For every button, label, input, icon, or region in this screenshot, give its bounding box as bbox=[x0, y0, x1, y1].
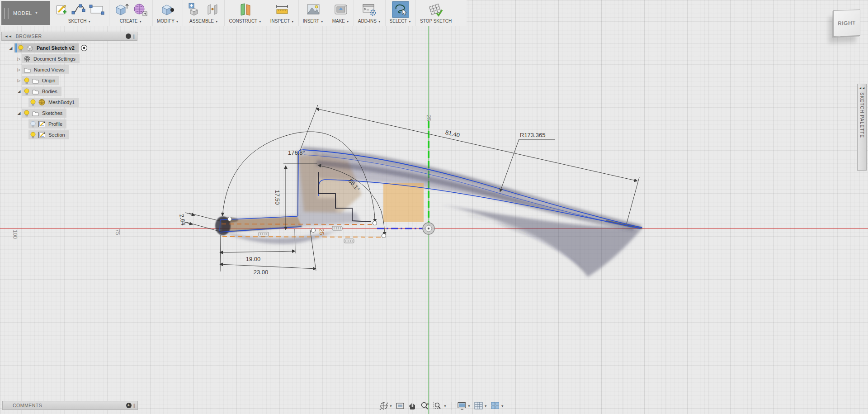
folder-icon bbox=[24, 67, 31, 73]
display-settings-button[interactable]: ▼ bbox=[456, 400, 472, 411]
comments-label: COMMENTS bbox=[13, 403, 42, 408]
workspace-label: MODEL bbox=[13, 10, 32, 16]
measure-icon bbox=[274, 3, 290, 16]
expander-collapsed-icon[interactable]: ▷ bbox=[16, 57, 22, 61]
measure-button[interactable] bbox=[274, 2, 290, 17]
svg-text:23.00: 23.00 bbox=[254, 269, 269, 276]
sketch-menu[interactable]: SKETCH ▼ bbox=[68, 19, 91, 24]
expander-expanded-icon[interactable]: ◢ bbox=[16, 111, 22, 115]
chevron-down-icon[interactable]: ▼ bbox=[501, 404, 504, 408]
stop-sketch-icon bbox=[428, 2, 444, 17]
assemble-menu[interactable]: ASSEMBLE ▼ bbox=[189, 19, 218, 24]
rectangle-button[interactable] bbox=[89, 2, 105, 17]
selection-bar bbox=[15, 43, 17, 52]
browser-row-named-views[interactable]: ▷ Named Views bbox=[1, 65, 151, 74]
svg-text:2.64: 2.64 bbox=[178, 214, 187, 226]
construct-menu[interactable]: CONSTRUCT ▼ bbox=[229, 19, 261, 24]
browser-row-document[interactable]: ◢ Panel Sketch v2 bbox=[1, 43, 151, 52]
navbar-separator bbox=[452, 402, 452, 410]
make-menu[interactable]: MAKE ▼ bbox=[332, 19, 349, 24]
construct-plane-button[interactable] bbox=[237, 2, 254, 17]
pan-hand-icon bbox=[408, 401, 417, 410]
browser-row-sketches[interactable]: ◢ Sketches bbox=[1, 109, 151, 118]
origin-point[interactable] bbox=[423, 223, 434, 234]
inspect-menu[interactable]: INSPECT ▼ bbox=[270, 19, 294, 24]
sketch-icon bbox=[38, 131, 46, 138]
select-menu[interactable]: SELECT ▼ bbox=[390, 19, 411, 24]
select-button[interactable] bbox=[392, 1, 409, 18]
expander-expanded-icon[interactable]: ◢ bbox=[16, 89, 22, 94]
press-pull-button[interactable] bbox=[160, 2, 176, 17]
chevron-down-icon[interactable]: ▼ bbox=[389, 404, 392, 408]
sketch-palette-tab[interactable]: ◄◄ SKETCH PALETTE bbox=[857, 84, 867, 171]
expander-expanded-icon[interactable]: ◢ bbox=[8, 46, 14, 50]
toolbar-group-assemble: ASSEMBLE ▼ bbox=[183, 0, 225, 26]
plane-icon bbox=[238, 2, 253, 17]
make-button[interactable] bbox=[333, 2, 349, 17]
visibility-bulb-on-icon[interactable] bbox=[24, 88, 30, 95]
modify-menu[interactable]: MODIFY ▼ bbox=[157, 19, 179, 24]
sketch-icon bbox=[38, 120, 46, 128]
svg-text:75: 75 bbox=[114, 229, 121, 235]
new-body-button[interactable] bbox=[113, 2, 130, 17]
stop-sketch-button[interactable] bbox=[427, 2, 444, 17]
stop-sketch-label[interactable]: STOP SKETCH bbox=[420, 19, 452, 24]
toolbar-group-inspect: INSPECT ▼ bbox=[266, 0, 299, 26]
add-comment-icon[interactable]: + bbox=[126, 403, 132, 408]
browser-row-profile[interactable]: Profile bbox=[1, 119, 151, 128]
selected-profile-region[interactable] bbox=[383, 183, 424, 222]
grid-snap-button[interactable]: ▼ bbox=[473, 400, 488, 411]
visibility-bulb-on-icon[interactable] bbox=[30, 131, 36, 139]
panel-grip-icon: ∥ bbox=[133, 34, 136, 39]
joint-button[interactable] bbox=[205, 2, 220, 17]
viewcube[interactable]: RIGHT bbox=[833, 10, 860, 37]
comments-bar[interactable]: COMMENTS + ∥ bbox=[2, 401, 138, 410]
visibility-bulb-on-icon[interactable] bbox=[24, 109, 30, 117]
pan-button[interactable] bbox=[407, 400, 418, 411]
expander-collapsed-icon[interactable]: ▷ bbox=[16, 67, 22, 72]
toolbar-group-addins: ADD-INS ▼ bbox=[354, 0, 386, 26]
visibility-bulb-on-icon[interactable] bbox=[18, 44, 24, 52]
svg-text:R173.365: R173.365 bbox=[520, 132, 545, 138]
toolbar-group-sketch: SKETCH ▼ bbox=[50, 0, 109, 26]
chevron-down-icon[interactable]: ▼ bbox=[484, 404, 487, 408]
addins-menu[interactable]: ADD-INS ▼ bbox=[358, 19, 381, 24]
chevron-down-icon[interactable]: ▼ bbox=[443, 404, 447, 408]
expander-collapsed-icon[interactable]: ▷ bbox=[16, 78, 22, 83]
new-component-button[interactable] bbox=[187, 2, 203, 17]
insert-button[interactable] bbox=[306, 2, 321, 17]
collapse-panel-icon[interactable]: ◄◄ bbox=[5, 34, 12, 38]
svg-text:17.50: 17.50 bbox=[274, 190, 281, 205]
viewports-button[interactable]: ▼ bbox=[490, 400, 505, 411]
create-menu[interactable]: CREATE ▼ bbox=[120, 19, 142, 24]
zoom-button[interactable]: ± bbox=[419, 400, 431, 411]
browser-row-bodies[interactable]: ◢ Bodies bbox=[1, 87, 151, 96]
dimension-texts[interactable]: 176.8° 86.1° 17.50 2.64 19.00 23.00 81.4… bbox=[178, 129, 545, 276]
activate-radio-icon[interactable] bbox=[80, 44, 88, 52]
insert-menu[interactable]: INSERT ▼ bbox=[303, 19, 324, 24]
orbit-button[interactable]: ▼ bbox=[378, 400, 393, 412]
chevron-down-icon[interactable]: ▼ bbox=[467, 404, 471, 408]
workspace-switcher[interactable]: MODEL ▼ bbox=[1, 1, 50, 25]
remove-icon[interactable]: − bbox=[126, 33, 131, 39]
create-form-button[interactable] bbox=[132, 2, 148, 17]
expand-panel-icon[interactable]: ◄◄ bbox=[859, 86, 865, 90]
visibility-bulb-off-icon[interactable] bbox=[30, 120, 36, 128]
browser-row-document-settings[interactable]: ▷ Document Settings bbox=[1, 54, 151, 63]
svg-text:±: ± bbox=[427, 401, 429, 406]
browser-row-origin[interactable]: ▷ Origin bbox=[1, 76, 151, 85]
3d-print-icon bbox=[334, 3, 348, 16]
addins-button[interactable] bbox=[361, 2, 377, 17]
look-at-button[interactable] bbox=[395, 400, 406, 411]
toolbar-group-stop-sketch: STOP SKETCH bbox=[416, 0, 456, 26]
browser-header[interactable]: ◄◄ BROWSER − ∥ bbox=[1, 32, 137, 41]
create-sketch-button[interactable] bbox=[54, 2, 69, 17]
visibility-bulb-on-icon[interactable] bbox=[24, 77, 30, 85]
browser-row-section[interactable]: Section bbox=[1, 130, 151, 139]
viewcube-face-label[interactable]: RIGHT bbox=[838, 19, 856, 26]
spline-button[interactable] bbox=[71, 2, 86, 17]
visibility-bulb-on-icon[interactable] bbox=[30, 99, 36, 106]
fit-button[interactable]: ▼ bbox=[432, 400, 448, 411]
browser-row-meshbody1[interactable]: MeshBody1 bbox=[1, 98, 151, 107]
new-component-icon bbox=[188, 2, 202, 17]
